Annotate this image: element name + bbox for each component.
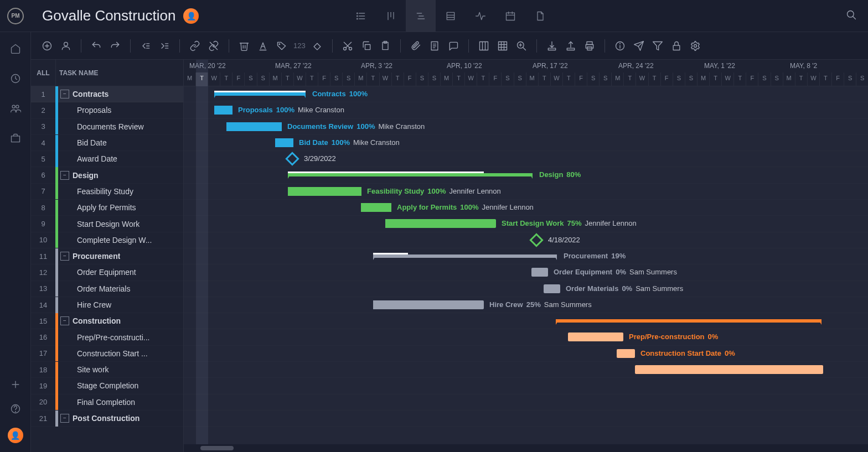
collapse-icon[interactable]: − [60, 90, 69, 98]
send-icon[interactable] [632, 39, 646, 53]
gantt-row[interactable] [184, 394, 868, 411]
horizontal-scrollbar[interactable] [184, 444, 868, 452]
task-row[interactable]: 17 Construction Start ... [31, 346, 183, 362]
col-task-name[interactable]: TASK NAME [56, 69, 98, 77]
home-icon[interactable] [10, 43, 21, 56]
tag-icon[interactable] [275, 39, 289, 53]
task-row[interactable]: 7 Feasibility Study [31, 184, 183, 200]
help-icon[interactable] [10, 403, 21, 417]
milestone-icon[interactable] [310, 39, 324, 53]
assign-icon[interactable] [59, 39, 73, 53]
paste-icon[interactable] [378, 39, 392, 53]
app-logo[interactable]: PM [0, 8, 31, 24]
view-gantt-icon[interactable] [406, 0, 436, 32]
task-row[interactable]: 13 Order Materials [31, 281, 183, 297]
import-icon[interactable] [545, 39, 559, 53]
gantt-chart[interactable]: MAR, 20 '22MAR, 27 '22APR, 3 '22APR, 10 … [184, 60, 868, 452]
milestone-marker[interactable] [285, 152, 299, 165]
task-bar[interactable] [275, 138, 293, 147]
task-row[interactable]: 14 Hire Crew [31, 297, 183, 313]
collapse-icon[interactable]: − [60, 171, 69, 180]
summary-bar[interactable] [556, 319, 822, 323]
comment-icon[interactable] [446, 39, 461, 53]
attach-icon[interactable] [409, 39, 423, 53]
task-bar[interactable] [373, 300, 484, 309]
add-task-icon[interactable] [40, 39, 54, 53]
task-row[interactable]: 18 Site work [31, 362, 183, 378]
undo-icon[interactable] [89, 39, 104, 53]
print-icon[interactable] [582, 39, 597, 53]
gantt-row[interactable] [184, 378, 868, 394]
view-file-icon[interactable] [525, 0, 555, 32]
task-bar[interactable] [617, 349, 635, 358]
task-bar[interactable] [361, 203, 391, 212]
project-avatar[interactable]: 👤 [183, 8, 199, 24]
view-list-icon[interactable] [346, 0, 376, 32]
gantt-row[interactable]: Order Materials 0% Sam Summers [184, 281, 868, 297]
link-icon[interactable] [188, 39, 202, 53]
unlink-icon[interactable] [206, 39, 221, 53]
portfolio-icon[interactable] [10, 133, 21, 146]
zoom-icon[interactable] [514, 39, 529, 53]
gantt-row[interactable] [184, 313, 868, 329]
lock-icon[interactable] [669, 39, 684, 53]
scroll-thumb[interactable] [200, 446, 234, 450]
view-calendar-icon[interactable] [495, 0, 525, 32]
notes-icon[interactable] [427, 39, 442, 53]
gantt-row[interactable]: Procurement19% [184, 248, 868, 264]
task-row[interactable]: 1 − Contracts [31, 86, 183, 102]
gantt-row[interactable]: Contracts100% [184, 86, 868, 102]
cut-icon[interactable] [340, 39, 355, 53]
task-bar[interactable] [226, 122, 282, 131]
columns-icon[interactable] [477, 39, 491, 53]
team-icon[interactable] [10, 103, 21, 116]
info-icon[interactable] [613, 39, 627, 53]
gantt-row[interactable]: 3/29/2022 [184, 151, 868, 167]
gantt-row[interactable] [184, 411, 868, 427]
filter-icon[interactable] [650, 39, 665, 53]
task-bar[interactable] [635, 365, 823, 374]
settings-icon[interactable] [688, 39, 702, 53]
task-bar[interactable] [568, 332, 623, 341]
task-bar[interactable] [288, 187, 361, 196]
gantt-row[interactable]: Proposals 100% Mike Cranston [184, 102, 868, 118]
gantt-row[interactable]: Prep/Pre-construction 0% [184, 329, 868, 345]
task-row[interactable]: 20 Final Completion [31, 394, 183, 411]
text-color-icon[interactable] [256, 39, 270, 53]
view-board-icon[interactable] [376, 0, 406, 32]
grid-icon[interactable] [495, 39, 510, 53]
task-row[interactable]: 2 Proposals [31, 102, 183, 118]
task-row[interactable]: 4 Bid Date [31, 135, 183, 151]
task-row[interactable]: 9 Start Design Work [31, 216, 183, 232]
gantt-row[interactable]: 4/18/2022 [184, 232, 868, 248]
delete-icon[interactable] [237, 39, 251, 53]
task-row[interactable]: 16 Prep/Pre-constructi... [31, 329, 183, 345]
add-icon[interactable] [10, 379, 21, 392]
task-row[interactable]: 19 Stage Completion [31, 378, 183, 394]
task-row[interactable]: 8 Apply for Permits [31, 200, 183, 216]
task-bar[interactable] [214, 106, 232, 115]
col-all[interactable]: ALL [31, 69, 55, 77]
task-row[interactable]: 21 − Post Construction [31, 411, 183, 427]
gantt-row[interactable]: Start Design Work 75% Jennifer Lennon [184, 216, 868, 232]
task-bar[interactable] [531, 268, 548, 277]
summary-bar[interactable] [214, 92, 306, 96]
task-row[interactable]: 10 Complete Design W... [31, 232, 183, 248]
copy-icon[interactable] [359, 39, 374, 53]
gantt-row[interactable]: Apply for Permits 100% Jennifer Lennon [184, 200, 868, 216]
summary-bar[interactable] [373, 254, 557, 258]
outdent-icon[interactable] [138, 39, 153, 53]
task-row[interactable]: 15 − Construction [31, 313, 183, 329]
redo-icon[interactable] [108, 39, 122, 53]
gantt-row[interactable]: Design80% [184, 167, 868, 183]
collapse-icon[interactable]: − [60, 252, 69, 261]
task-row[interactable]: 5 Award Date [31, 151, 183, 167]
view-sheet-icon[interactable] [436, 0, 466, 32]
gantt-row[interactable]: Construction Start Date 0% [184, 346, 868, 362]
task-row[interactable]: 11 − Procurement [31, 248, 183, 264]
view-pulse-icon[interactable] [466, 0, 495, 32]
gantt-row[interactable]: Documents Review 100% Mike Cranston [184, 119, 868, 135]
gantt-row[interactable] [184, 362, 868, 378]
recent-icon[interactable] [10, 73, 21, 86]
milestone-marker[interactable] [529, 233, 543, 247]
